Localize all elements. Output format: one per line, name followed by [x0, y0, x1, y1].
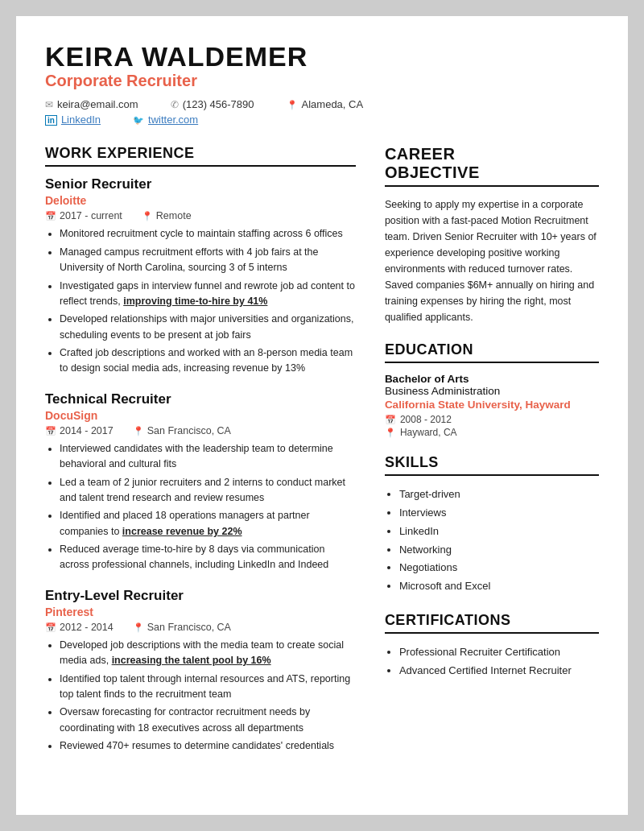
location-value: Alameda, CA — [302, 98, 364, 110]
certifications-section: CERTIFICATIONS Professional Recruiter Ce… — [385, 612, 599, 680]
email-contact: keira@email.com — [45, 98, 138, 110]
phone-contact: (123) 456-7890 — [171, 98, 254, 110]
education-heading: EDUCATION — [385, 341, 599, 363]
company-1: Deloitte — [45, 194, 356, 207]
job-bullets-1: Monitored recruitment cycle to maintain … — [45, 226, 356, 376]
calendar-icon-1 — [45, 210, 56, 221]
job-period-3: 2012 - 2014 — [45, 622, 114, 633]
edu-location: Hayward, CA — [400, 427, 457, 438]
company-3: Pinterest — [45, 606, 356, 618]
bullet-3-1: Developed job descriptions with the medi… — [60, 638, 356, 669]
calendar-icon-2 — [45, 425, 56, 436]
highlight-2-3: increase revenue by 22% — [122, 526, 242, 537]
edu-period-row: 2008 - 2012 — [385, 414, 599, 425]
career-objective-section: CAREEROBJECTIVE Seeking to apply my expe… — [385, 145, 599, 325]
skills-section: SKILLS Target-driven Interviews LinkedIn… — [385, 454, 599, 596]
email-icon — [45, 98, 53, 110]
edu-period: 2008 - 2012 — [400, 414, 452, 425]
header-section: KEIRA WALDEMER Corporate Recruiter keira… — [45, 42, 599, 129]
bullet-3-4: Reviewed 470+ resumes to determine candi… — [60, 738, 356, 754]
email-value: keira@email.com — [57, 98, 138, 110]
job-bullets-2: Interviewed candidates with the leadersh… — [45, 441, 356, 573]
skill-5: Negotiations — [399, 559, 599, 577]
skill-4: Networking — [399, 541, 599, 560]
bullet-2-2: Led a team of 2 junior recruiters and 2 … — [60, 475, 356, 506]
edu-school: California State University, Hayward — [385, 399, 599, 411]
bullet-1-4: Developed relationships with major unive… — [60, 312, 356, 343]
edu-degree: Bachelor of Arts — [385, 373, 599, 385]
edu-calendar-icon — [385, 414, 396, 425]
job-entry-recruiter: Entry-Level Recruiter Pinterest 2012 - 2… — [45, 588, 356, 755]
skill-1: Target-driven — [399, 486, 599, 504]
resume: KEIRA WALDEMER Corporate Recruiter keira… — [16, 16, 628, 815]
education-section: EDUCATION Bachelor of Arts Business Admi… — [385, 341, 599, 438]
location-icon-3 — [133, 622, 144, 633]
skills-heading: SKILLS — [385, 454, 599, 476]
twitter-link[interactable]: twitter.com — [148, 114, 198, 126]
cert-1: Professional Recruiter Certification — [399, 643, 599, 662]
linkedin-link[interactable]: LinkedIn — [61, 114, 101, 126]
edu-field: Business Administration — [385, 385, 599, 397]
phone-value: (123) 456-7890 — [183, 98, 254, 110]
twitter-contact: twitter.com — [133, 114, 198, 126]
location-icon-1 — [142, 210, 153, 221]
cert-2: Advanced Certified Internet Recruiter — [399, 662, 599, 680]
job-meta-3: 2012 - 2014 San Francisco, CA — [45, 622, 356, 633]
job-meta-1: 2017 - current Remote — [45, 210, 356, 221]
location-contact: Alameda, CA — [287, 98, 364, 110]
linkedin-contact: LinkedIn — [45, 114, 101, 126]
period-value-1: 2017 - current — [60, 210, 122, 221]
job-technical-recruiter: Technical Recruiter DocuSign 2014 - 2017… — [45, 391, 356, 573]
certifications-heading: CERTIFICATIONS — [385, 612, 599, 634]
period-value-2: 2014 - 2017 — [60, 425, 114, 436]
skill-6: Microsoft and Excel — [399, 577, 599, 596]
twitter-icon — [133, 114, 144, 126]
contact-row-1: keira@email.com (123) 456-7890 Alameda, … — [45, 98, 599, 110]
location-value-3: San Francisco, CA — [147, 622, 231, 633]
career-objective-text: Seeking to apply my expertise in a corpo… — [385, 196, 599, 325]
bullet-3-2: Identified top talent through internal r… — [60, 672, 356, 703]
period-value-3: 2012 - 2014 — [60, 622, 114, 633]
bullet-2-4: Reduced average time-to-hire by 8 days v… — [60, 542, 356, 573]
edu-location-row: Hayward, CA — [385, 427, 599, 438]
skills-list: Target-driven Interviews LinkedIn Networ… — [385, 486, 599, 596]
bullet-1-5: Crafted job descriptions and worked with… — [60, 345, 356, 377]
highlight-1-3: improving time-to-hire by 41% — [123, 296, 267, 307]
skill-2: Interviews — [399, 504, 599, 523]
location-value-1: Remote — [156, 210, 192, 221]
job-bullets-3: Developed job descriptions with the medi… — [45, 638, 356, 755]
skill-3: LinkedIn — [399, 523, 599, 541]
job-title-3: Entry-Level Recruiter — [45, 588, 356, 604]
contact-row-2: LinkedIn twitter.com — [45, 114, 599, 126]
bullet-2-3: Identified and placed 18 operations mana… — [60, 508, 356, 540]
bullet-3-3: Oversaw forecasting for contractor recru… — [60, 705, 356, 736]
linkedin-icon — [45, 114, 57, 126]
job-title-2: Technical Recruiter — [45, 391, 356, 407]
job-period-1: 2017 - current — [45, 210, 122, 221]
phone-icon — [171, 98, 179, 110]
left-column: WORK EXPERIENCE Senior Recruiter Deloitt… — [45, 142, 356, 786]
job-location-3: San Francisco, CA — [133, 622, 231, 633]
certifications-list: Professional Recruiter Certification Adv… — [385, 643, 599, 680]
right-column: CAREEROBJECTIVE Seeking to apply my expe… — [378, 142, 599, 786]
company-2: DocuSign — [45, 409, 356, 422]
candidate-title: Corporate Recruiter — [45, 72, 599, 90]
work-experience-heading: WORK EXPERIENCE — [45, 145, 356, 167]
calendar-icon-3 — [45, 622, 56, 633]
bullet-2-1: Interviewed candidates with the leadersh… — [60, 441, 356, 473]
location-icon — [287, 98, 298, 110]
highlight-3-1: increasing the talent pool by 16% — [112, 655, 271, 666]
location-value-2: San Francisco, CA — [147, 425, 231, 436]
bullet-1-3: Investigated gaps in interview funnel an… — [60, 279, 356, 310]
job-senior-recruiter: Senior Recruiter Deloitte 2017 - current… — [45, 176, 356, 376]
main-content: WORK EXPERIENCE Senior Recruiter Deloitt… — [45, 142, 599, 786]
career-objective-heading: CAREEROBJECTIVE — [385, 145, 599, 187]
edu-location-icon — [385, 427, 396, 438]
location-icon-2 — [133, 425, 144, 436]
job-title-1: Senior Recruiter — [45, 176, 356, 192]
job-meta-2: 2014 - 2017 San Francisco, CA — [45, 425, 356, 436]
bullet-1-1: Monitored recruitment cycle to maintain … — [60, 226, 356, 242]
edu-meta: 2008 - 2012 Hayward, CA — [385, 414, 599, 438]
bullet-1-2: Managed campus recruitment efforts with … — [60, 245, 356, 276]
job-period-2: 2014 - 2017 — [45, 425, 114, 436]
